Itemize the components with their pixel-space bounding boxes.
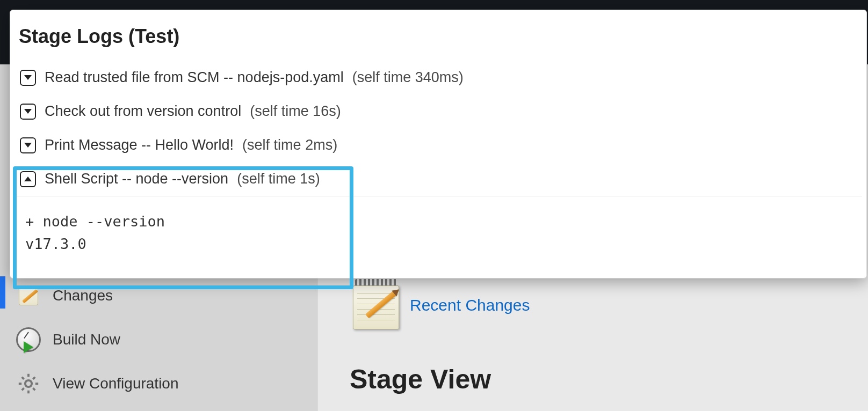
stage-view-heading: Stage View xyxy=(350,364,868,395)
log-step-title: Read trusted file from SCM -- nodejs-pod… xyxy=(45,69,344,86)
sidebar-item-build-now[interactable]: Build Now xyxy=(11,318,306,362)
log-step-checkout[interactable]: Check out from version control (self tim… xyxy=(15,94,862,128)
log-output: + node --version v17.3.0 xyxy=(15,196,862,274)
log-step-title: Print Message -- Hello World! xyxy=(45,137,234,153)
svg-point-0 xyxy=(25,380,32,387)
chevron-down-icon xyxy=(20,70,36,86)
sidebar-item-label: View Configuration xyxy=(53,375,179,392)
notepad-large-icon xyxy=(350,279,402,332)
sidebar-item-changes[interactable]: Changes xyxy=(11,274,306,318)
chevron-down-icon xyxy=(20,137,36,153)
log-step-shell-script[interactable]: Shell Script -- node --version (self tim… xyxy=(15,162,862,196)
log-step-read-trusted-file[interactable]: Read trusted file from SCM -- nodejs-pod… xyxy=(15,61,862,94)
recent-changes-row: Recent Changes xyxy=(350,279,868,332)
clock-play-icon xyxy=(16,327,41,352)
log-step-self-time: (self time 340ms) xyxy=(352,69,464,86)
modal-title: Stage Logs (Test) xyxy=(15,23,862,61)
sidebar-item-label: Changes xyxy=(53,287,113,304)
chevron-down-icon xyxy=(20,104,36,120)
log-step-title: Check out from version control xyxy=(45,103,241,120)
chevron-up-icon xyxy=(20,171,36,187)
notepad-icon xyxy=(16,283,41,308)
log-step-title: Shell Script -- node --version xyxy=(45,171,228,187)
recent-changes-link[interactable]: Recent Changes xyxy=(410,296,530,314)
log-step-self-time: (self time 16s) xyxy=(250,103,341,120)
stage-logs-modal: Stage Logs (Test) Read trusted file from… xyxy=(10,10,867,278)
sidebar-active-indicator xyxy=(0,276,5,309)
log-step-self-time: (self time 1s) xyxy=(237,171,320,187)
gear-icon xyxy=(16,371,41,396)
log-step-self-time: (self time 2ms) xyxy=(242,137,337,153)
log-step-print-message[interactable]: Print Message -- Hello World! (self time… xyxy=(15,128,862,162)
sidebar-item-view-configuration[interactable]: View Configuration xyxy=(11,362,306,406)
sidebar-item-label: Build Now xyxy=(53,331,120,348)
